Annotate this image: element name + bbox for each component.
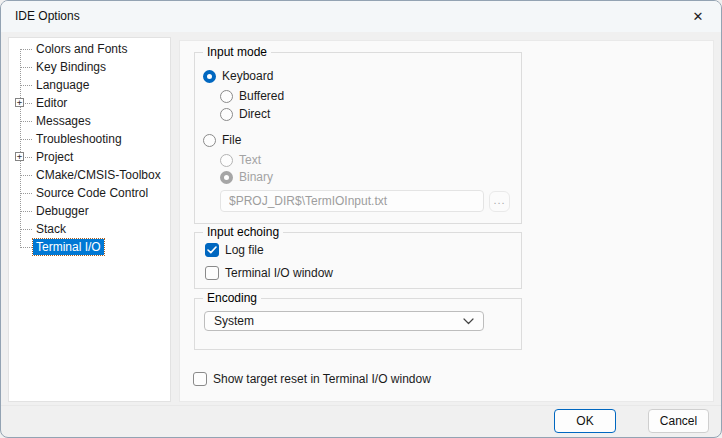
group-title: Input mode xyxy=(203,45,271,59)
radio-direct[interactable]: Direct xyxy=(220,106,270,122)
input-file-path-field[interactable] xyxy=(220,190,484,212)
expand-icon[interactable]: + xyxy=(15,152,24,161)
options-tree: Colors and Fonts Key Bindings Language +… xyxy=(8,37,171,402)
radio-label: Text xyxy=(239,153,261,167)
sidebar-item-label: Key Bindings xyxy=(33,59,109,75)
sidebar-item-project[interactable]: + Project xyxy=(9,148,170,166)
sidebar-item-troubleshooting[interactable]: Troubleshooting xyxy=(9,130,170,148)
sidebar-item-language[interactable]: Language xyxy=(9,76,170,94)
tree-connector xyxy=(20,247,32,248)
checkbox-icon xyxy=(205,243,219,257)
radio-icon xyxy=(220,171,233,184)
tree-connector xyxy=(20,85,32,86)
encoding-dropdown-value: System xyxy=(214,314,254,328)
browse-button[interactable]: ... xyxy=(489,191,510,212)
tree-connector xyxy=(20,121,32,122)
sidebar-item-label: Project xyxy=(33,149,76,165)
checkbox-log-file[interactable]: Log file xyxy=(205,242,264,258)
radio-icon xyxy=(203,70,216,83)
sidebar-item-colors-and-fonts[interactable]: Colors and Fonts xyxy=(9,40,170,58)
tree-connector xyxy=(20,229,32,230)
sidebar-item-label: Editor xyxy=(33,95,70,111)
tree-connector xyxy=(20,139,32,140)
sidebar-item-label: Source Code Control xyxy=(33,185,151,201)
sidebar-item-label: Messages xyxy=(33,113,94,129)
tree-connector xyxy=(20,211,32,212)
sidebar-item-label: Stack xyxy=(33,221,69,237)
radio-buffered[interactable]: Buffered xyxy=(220,88,284,104)
checkbox-show-target-reset[interactable]: Show target reset in Terminal I/O window xyxy=(193,371,431,387)
radio-icon xyxy=(203,134,216,147)
tree-connector xyxy=(20,193,32,194)
input-mode-group: Input mode Keyboard Buffered Direct File… xyxy=(194,52,522,224)
radio-file[interactable]: File xyxy=(203,132,241,148)
close-button[interactable]: ✕ xyxy=(675,1,721,32)
radio-label: Buffered xyxy=(239,89,284,103)
tree-connector xyxy=(20,67,32,68)
radio-label: Direct xyxy=(239,107,270,121)
input-echoing-group: Input echoing Log file Terminal I/O wind… xyxy=(194,232,522,289)
footer-separator xyxy=(1,405,721,406)
encoding-dropdown[interactable]: System xyxy=(204,311,484,331)
radio-label: Keyboard xyxy=(222,69,273,83)
expand-icon[interactable]: + xyxy=(15,98,24,107)
radio-binary: Binary xyxy=(220,169,273,185)
close-icon: ✕ xyxy=(693,9,704,24)
radio-keyboard[interactable]: Keyboard xyxy=(203,68,273,84)
checkbox-icon xyxy=(193,372,207,386)
cancel-button[interactable]: Cancel xyxy=(648,409,709,433)
sidebar-item-cmake-cmsis-toolbox[interactable]: CMake/CMSIS-Toolbox xyxy=(9,166,170,184)
terminal-io-options-panel: Input mode Keyboard Buffered Direct File… xyxy=(179,40,714,402)
sidebar-item-label: Debugger xyxy=(33,203,92,219)
group-title: Input echoing xyxy=(203,225,283,239)
radio-label: File xyxy=(222,133,241,147)
radio-icon xyxy=(220,90,233,103)
checkbox-label: Log file xyxy=(225,243,264,257)
radio-text: Text xyxy=(220,152,261,168)
titlebar: IDE Options ✕ xyxy=(1,1,721,32)
sidebar-item-terminal-io[interactable]: Terminal I/O xyxy=(9,238,170,256)
window-title: IDE Options xyxy=(15,1,80,32)
tree-connector xyxy=(20,49,32,50)
sidebar-item-debugger[interactable]: Debugger xyxy=(9,202,170,220)
sidebar-item-label: Troubleshooting xyxy=(33,131,125,147)
sidebar-item-editor[interactable]: + Editor xyxy=(9,94,170,112)
checkbox-terminal-io-window[interactable]: Terminal I/O window xyxy=(205,265,333,281)
sidebar-item-messages[interactable]: Messages xyxy=(9,112,170,130)
radio-icon xyxy=(220,108,233,121)
group-title: Encoding xyxy=(203,291,261,305)
sidebar-item-label: Colors and Fonts xyxy=(33,41,130,57)
tree-connector xyxy=(20,175,32,176)
radio-label: Binary xyxy=(239,170,273,184)
tree-rows: Colors and Fonts Key Bindings Language +… xyxy=(9,40,170,256)
sidebar-item-stack[interactable]: Stack xyxy=(9,220,170,238)
sidebar-item-key-bindings[interactable]: Key Bindings xyxy=(9,58,170,76)
ide-options-dialog: IDE Options ✕ Colors and Fonts Key Bindi… xyxy=(0,0,722,438)
checkbox-icon xyxy=(205,266,219,280)
checkbox-label: Terminal I/O window xyxy=(225,266,333,280)
sidebar-item-label: Terminal I/O xyxy=(33,239,104,255)
sidebar-item-label: CMake/CMSIS-Toolbox xyxy=(33,167,164,183)
sidebar-item-label: Language xyxy=(33,77,92,93)
radio-icon xyxy=(220,154,233,167)
checkbox-label: Show target reset in Terminal I/O window xyxy=(213,372,431,386)
check-icon xyxy=(207,246,217,254)
encoding-group: Encoding System xyxy=(194,298,522,350)
chevron-down-icon xyxy=(463,318,474,325)
sidebar-item-source-code-control[interactable]: Source Code Control xyxy=(9,184,170,202)
ok-button[interactable]: OK xyxy=(554,409,616,433)
